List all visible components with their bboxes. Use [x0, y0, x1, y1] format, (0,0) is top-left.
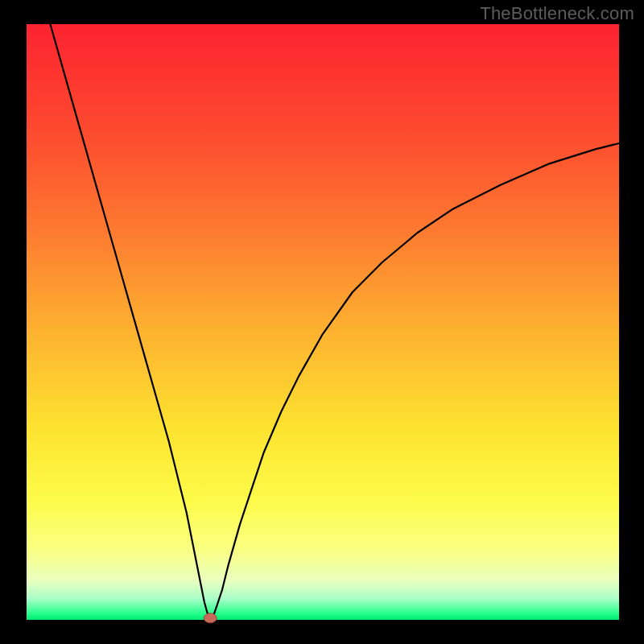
- gradient-background: [27, 24, 619, 620]
- chart-frame: { "watermark": "TheBottleneck.com", "col…: [0, 0, 644, 644]
- bottleneck-chart: [0, 0, 644, 644]
- optimal-point-marker: [204, 613, 217, 623]
